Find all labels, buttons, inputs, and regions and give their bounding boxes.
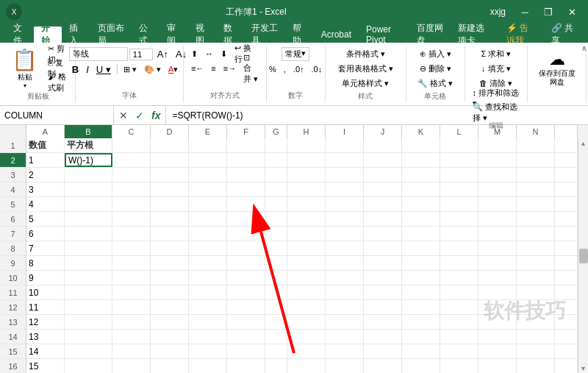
cell-7-g[interactable] <box>265 227 287 241</box>
cell-7-b[interactable] <box>65 227 112 241</box>
cell-2-k[interactable] <box>402 153 440 167</box>
tab-share[interactable]: 🔗 共享 <box>544 26 582 43</box>
cell-2-a[interactable]: 1 <box>26 153 65 167</box>
cell-6-d[interactable] <box>151 212 189 226</box>
cell-14-a[interactable]: 13 <box>26 330 65 344</box>
cell-15-h[interactable] <box>287 344 326 358</box>
cell-14-l[interactable] <box>440 330 478 344</box>
font-size-input[interactable]: 11 <box>129 49 153 60</box>
cell-15-d[interactable] <box>151 344 189 358</box>
cell-11-n[interactable] <box>517 285 555 299</box>
cell-10-f[interactable] <box>227 271 265 285</box>
col-header-j[interactable]: J <box>364 125 402 138</box>
cell-4-e[interactable] <box>189 182 227 196</box>
align-bottom-button[interactable]: ⬇ <box>218 47 230 60</box>
cell-7-a[interactable]: 6 <box>26 227 65 241</box>
tab-data[interactable]: 数据 <box>216 26 244 43</box>
font-increase-button[interactable]: A↑ <box>154 48 171 61</box>
cancel-button[interactable]: ✕ <box>117 110 130 121</box>
cell-10-c[interactable] <box>112 271 151 285</box>
comma-button[interactable]: , <box>281 63 289 76</box>
cell-4-j[interactable] <box>364 182 402 196</box>
cell-14-c[interactable] <box>112 330 151 344</box>
cell-1-c[interactable] <box>112 138 151 152</box>
cell-2-i[interactable] <box>326 153 364 167</box>
cell-3-i[interactable] <box>326 168 364 182</box>
cell-14-h[interactable] <box>287 330 326 344</box>
tab-view[interactable]: 视图 <box>188 26 216 43</box>
conditional-format-button[interactable]: 条件格式 ▾ <box>343 47 388 60</box>
cell-15-c[interactable] <box>112 344 151 358</box>
cell-7-i[interactable] <box>326 227 364 241</box>
col-header-n[interactable]: N <box>517 125 555 138</box>
cell-11-k[interactable] <box>402 285 440 299</box>
cell-13-h[interactable] <box>287 315 326 329</box>
underline-button[interactable]: U ▾ <box>93 63 114 76</box>
align-center-button[interactable]: ≡ <box>208 62 218 75</box>
cell-13-g[interactable] <box>265 315 287 329</box>
cell-16-a[interactable]: 15 <box>26 359 65 373</box>
col-header-g[interactable]: G <box>265 125 287 138</box>
minimize-button[interactable]: ─ <box>514 1 535 22</box>
align-middle-button[interactable]: ↔ <box>202 47 216 60</box>
cell-8-h[interactable] <box>287 241 326 255</box>
cell-style-button[interactable]: 单元格样式 ▾ <box>339 77 392 90</box>
cell-9-f[interactable] <box>227 256 265 270</box>
cell-4-i[interactable] <box>326 182 364 196</box>
cell-14-b[interactable] <box>65 330 112 344</box>
cell-2-d[interactable] <box>151 153 189 167</box>
cell-4-l[interactable] <box>440 182 478 196</box>
align-right-button[interactable]: ≡→ <box>220 62 239 75</box>
cell-4-k[interactable] <box>402 182 440 196</box>
cell-12-n[interactable] <box>517 300 555 314</box>
cell-15-b[interactable] <box>65 344 112 358</box>
col-header-m[interactable]: M <box>478 125 517 138</box>
cell-9-n[interactable] <box>517 256 555 270</box>
tab-review[interactable]: 审阅 <box>159 26 187 43</box>
cell-6-c[interactable] <box>112 212 151 226</box>
row-number-9[interactable]: 9 <box>0 256 26 271</box>
close-button[interactable]: ✕ <box>562 1 582 22</box>
cell-13-n[interactable] <box>517 315 555 329</box>
cell-5-h[interactable] <box>287 197 326 211</box>
col-header-d[interactable]: D <box>151 125 189 138</box>
col-header-i[interactable]: I <box>326 125 364 138</box>
cell-11-d[interactable] <box>151 285 189 299</box>
tab-home[interactable]: 开始 <box>34 26 62 43</box>
col-header-f[interactable]: F <box>227 125 265 138</box>
cell-8-n[interactable] <box>517 241 555 255</box>
italic-button[interactable]: I <box>83 63 92 76</box>
insert-function-button[interactable]: fx <box>149 110 162 121</box>
cell-1-g[interactable] <box>265 138 287 152</box>
cell-4-g[interactable] <box>265 182 287 196</box>
cell-3-j[interactable] <box>364 168 402 182</box>
merge-button[interactable]: ⊡ 合并 ▾ <box>240 62 261 75</box>
tab-new-options[interactable]: 新建选项卡 <box>451 26 499 43</box>
cell-5-k[interactable] <box>402 197 440 211</box>
cell-13-k[interactable] <box>402 315 440 329</box>
cell-10-k[interactable] <box>402 271 440 285</box>
cell-5-n[interactable] <box>517 197 555 211</box>
cell-8-c[interactable] <box>112 241 151 255</box>
tab-developer[interactable]: 开发工具 <box>244 26 285 43</box>
cell-16-i[interactable] <box>326 359 364 373</box>
align-top-button[interactable]: ⬆ <box>188 47 201 60</box>
row-number-15[interactable]: 15 <box>0 344 26 359</box>
cell-3-c[interactable] <box>112 168 151 182</box>
cell-5-j[interactable] <box>364 197 402 211</box>
cell-14-g[interactable] <box>265 330 287 344</box>
cell-15-f[interactable] <box>227 344 265 358</box>
cell-4-b[interactable] <box>65 182 112 196</box>
cell-3-d[interactable] <box>151 168 189 182</box>
row-number-11[interactable]: 11 <box>0 285 26 300</box>
cell-14-i[interactable] <box>326 330 364 344</box>
cell-16-k[interactable] <box>402 359 440 373</box>
cell-12-c[interactable] <box>112 300 151 314</box>
cell-1-m[interactable] <box>478 138 517 152</box>
cell-4-n[interactable] <box>517 182 555 196</box>
cell-16-e[interactable] <box>189 359 227 373</box>
format-button[interactable]: 🔧 格式 ▾ <box>415 77 456 90</box>
cell-6-f[interactable] <box>227 212 265 226</box>
col-header-h[interactable]: H <box>287 125 326 138</box>
cell-13-i[interactable] <box>326 315 364 329</box>
